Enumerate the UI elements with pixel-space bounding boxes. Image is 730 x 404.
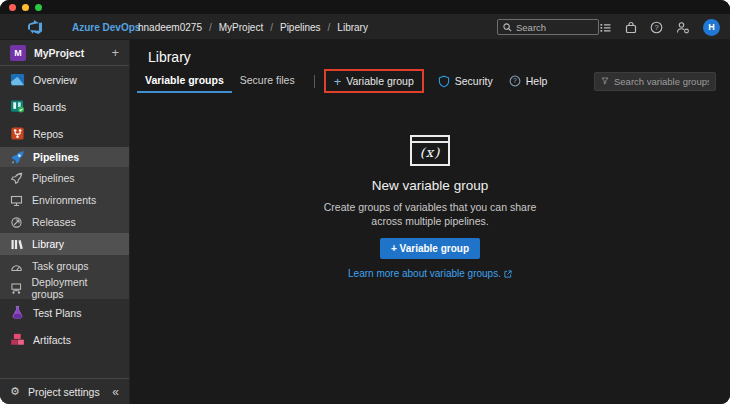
sidebar-item-overview[interactable]: Overview (0, 66, 129, 93)
sidebar-item-label: Deployment groups (32, 276, 120, 300)
add-variable-group-button[interactable]: + Variable group (380, 238, 480, 259)
artifacts-boxes-icon (10, 332, 25, 347)
sidebar-item-label: Artifacts (33, 334, 71, 346)
sidebar-item-task-groups[interactable]: Task groups (0, 255, 129, 277)
sidebar-item-deployment-groups[interactable]: Deployment groups (0, 277, 129, 299)
page-title: Library (130, 40, 730, 65)
release-rocket-icon (10, 216, 23, 229)
sidebar-item-boards[interactable]: Boards (0, 93, 129, 120)
shield-icon (438, 75, 450, 88)
description-line-2: across multiple pipelines. (130, 214, 730, 228)
library-books-icon (10, 238, 23, 251)
breadcrumb-separator: / (270, 22, 273, 33)
help-button[interactable]: ? Help (509, 75, 548, 87)
description-line-1: Create groups of variables that you can … (130, 200, 730, 214)
list-icon[interactable] (599, 21, 612, 34)
add-variable-group-label: Variable group (346, 75, 414, 87)
breadcrumb-organization[interactable]: hnadeem0275 (138, 22, 202, 33)
toolbar-secondary-actions: Security ? Help (438, 75, 548, 88)
user-avatar[interactable]: H (703, 19, 720, 36)
sidebar-item-label: Overview (33, 74, 77, 86)
global-search-box[interactable] (497, 19, 599, 35)
pipelines-section: Pipelines Pipelines Environments (0, 147, 129, 299)
add-project-button[interactable]: + (111, 46, 119, 59)
sidebar-item-label: Test Plans (33, 307, 81, 319)
minimize-window-button[interactable] (22, 4, 29, 11)
external-link-icon (504, 270, 512, 278)
sidebar-item-pipelines[interactable]: Pipelines (0, 147, 129, 167)
empty-state-description: Create groups of variables that you can … (130, 200, 730, 228)
filter-search-box[interactable] (594, 72, 716, 91)
marketplace-bag-icon[interactable] (625, 21, 637, 34)
maximize-window-button[interactable] (35, 4, 42, 11)
azure-devops-logo-icon[interactable] (27, 19, 43, 35)
sidebar-item-label: Boards (33, 101, 66, 113)
empty-state: (x) New variable group Create groups of … (130, 135, 730, 279)
close-window-button[interactable] (9, 4, 16, 11)
overview-icon (10, 72, 25, 87)
top-nav: Azure DevOps hnadeem0275 / MyProject / P… (0, 14, 730, 40)
sidebar-item-artifacts[interactable]: Artifacts (0, 326, 129, 353)
pipelines-icon (10, 150, 25, 165)
help-label: Help (526, 75, 548, 87)
breadcrumb-separator: / (209, 22, 212, 33)
breadcrumb-library[interactable]: Library (337, 22, 368, 33)
filter-funnel-icon (601, 76, 609, 86)
add-variable-group-toolbar-button[interactable]: + Variable group (334, 75, 414, 88)
sidebar-item-label: Task groups (32, 260, 89, 272)
annotation-highlight-box: + Variable group (324, 69, 424, 93)
svg-text:?: ? (654, 23, 658, 32)
repos-icon (10, 126, 25, 141)
project-switcher[interactable]: M MyProject + (0, 40, 129, 66)
learn-more-label: Learn more about variable groups. (348, 268, 501, 279)
help-icon[interactable]: ? (650, 21, 663, 34)
plus-icon: + (334, 75, 342, 88)
sidebar: M MyProject + Overview Boards (0, 40, 130, 404)
learn-more-link[interactable]: Learn more about variable groups. (130, 268, 730, 279)
rocket-icon (10, 172, 23, 185)
breadcrumb-project[interactable]: MyProject (219, 22, 263, 33)
project-avatar: M (10, 45, 26, 61)
search-input[interactable] (516, 22, 590, 33)
search-icon (503, 23, 512, 32)
sidebar-item-label: Pipelines (33, 151, 79, 163)
brand-title[interactable]: Azure DevOps (72, 22, 140, 33)
breadcrumb: hnadeem0275 / MyProject / Pipelines / Li… (138, 22, 368, 33)
environment-icon (10, 194, 23, 207)
project-name: MyProject (34, 47, 103, 59)
toolbar-divider (314, 75, 315, 88)
user-settings-icon[interactable] (676, 21, 690, 34)
project-settings-button[interactable]: ⚙ Project settings « (0, 378, 129, 404)
collapse-sidebar-button[interactable]: « (112, 385, 119, 399)
sidebar-item-environments[interactable]: Environments (0, 189, 129, 211)
sidebar-item-pipelines-sub[interactable]: Pipelines (0, 167, 129, 189)
breadcrumb-separator: / (328, 22, 331, 33)
tab-secure-files[interactable]: Secure files (232, 69, 303, 93)
security-label: Security (455, 75, 493, 87)
variable-group-window-icon: (x) (410, 135, 450, 166)
test-plans-flask-icon (10, 305, 25, 320)
security-button[interactable]: Security (438, 75, 493, 88)
sidebar-item-label: Environments (32, 194, 96, 206)
tab-bar: Variable groups Secure files + Variable … (130, 69, 730, 93)
boards-icon (10, 99, 25, 114)
deployment-group-icon (10, 282, 23, 295)
breadcrumb-pipelines[interactable]: Pipelines (280, 22, 321, 33)
sidebar-item-test-plans[interactable]: Test Plans (0, 299, 129, 326)
tab-variable-groups[interactable]: Variable groups (137, 69, 232, 93)
window-titlebar (0, 0, 730, 14)
sidebar-item-label: Repos (33, 128, 63, 140)
app-window: Azure DevOps hnadeem0275 / MyProject / P… (0, 0, 730, 404)
project-settings-label: Project settings (28, 386, 100, 398)
sidebar-item-releases[interactable]: Releases (0, 211, 129, 233)
sidebar-item-library[interactable]: Library (0, 233, 129, 255)
top-nav-actions: ? H (599, 14, 720, 40)
filter-input[interactable] (614, 76, 709, 87)
svg-text:?: ? (513, 77, 517, 84)
window-icon-variable-text: (x) (412, 143, 448, 162)
sidebar-item-repos[interactable]: Repos (0, 120, 129, 147)
gear-icon: ⚙ (10, 385, 20, 398)
main-content: Library Variable groups Secure files + V… (130, 40, 730, 404)
sidebar-item-label: Pipelines (32, 172, 75, 184)
sidebar-item-label: Library (32, 238, 64, 250)
